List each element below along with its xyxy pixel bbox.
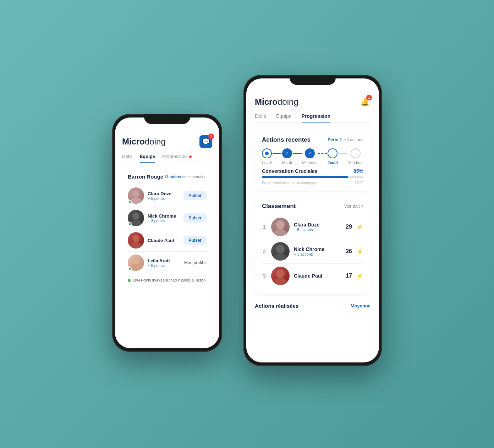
- member-row-nick: Nick Chrome + 3 points Pulser: [128, 207, 207, 229]
- day-mercredi: ✓ Mercredi: [302, 148, 318, 165]
- large-app-header: Microdoing 🔔 1: [255, 96, 370, 108]
- doubles-notice: (3/4) Points doublés si chacun passe a l…: [128, 278, 207, 282]
- day-label-jeudi: Jeudi: [328, 160, 338, 165]
- extra-actions: +3 actions: [344, 137, 363, 142]
- day-circle-jeudi: [328, 148, 337, 158]
- member-name-nick: Nick Chrome: [148, 213, 180, 219]
- serie-badge: Série 2: [328, 137, 342, 142]
- classement-card: Classement Voir tout > 1 Clara Doze +: [255, 196, 370, 294]
- rank-score-clara: 29: [346, 224, 352, 230]
- avatar-wrap-leila: [128, 255, 144, 271]
- member-points-nick: + 3 points: [148, 219, 180, 223]
- member-name-clara: Clara Doze: [148, 191, 180, 196]
- rank-name-nick: Nick Chrome: [294, 246, 341, 252]
- rank-name-claude: Claude Paul: [294, 273, 341, 279]
- actions-realises-title: Actions réalisées: [255, 303, 298, 309]
- phone-large-screen: Microdoing 🔔 1 Défis Équipe Progression: [246, 78, 379, 362]
- large-notif-button[interactable]: 🔔 1: [359, 96, 370, 108]
- rank-row-claude: 3 Claude Paul 17 ⚡: [262, 264, 363, 288]
- day-mardi: ✓ Mardi: [282, 148, 292, 165]
- svg-point-9: [274, 229, 287, 236]
- day-jeudi: Jeudi: [328, 148, 338, 165]
- rank-avatar-nick: [271, 242, 290, 261]
- small-notif-button[interactable]: 💬 1: [199, 135, 212, 148]
- large-notif-badge: 1: [366, 95, 372, 100]
- classement-title: Classement: [262, 203, 296, 210]
- large-tabs: Défis Équipe Progression: [255, 113, 370, 123]
- rank-num-nick: 2: [262, 248, 267, 254]
- svg-point-3: [130, 220, 142, 226]
- actions-header: Actions recentes Série 2 +3 actions: [262, 136, 363, 143]
- phone-large: Microdoing 🔔 1 Défis Équipe Progression: [243, 75, 382, 366]
- moyenne-link[interactable]: Moyenne: [351, 303, 370, 308]
- tab-defis-small[interactable]: Défis: [122, 154, 133, 163]
- track-line-3: [318, 153, 327, 154]
- svg-point-7: [130, 264, 142, 271]
- rank-name-clara: Clara Doze: [294, 222, 341, 228]
- lightning-icon-claude: ⚡: [356, 273, 363, 279]
- tab-defis-large[interactable]: Défis: [255, 113, 266, 122]
- tab-progression-small[interactable]: Progression: [162, 154, 192, 163]
- mon-profil-link[interactable]: Mon profil >: [184, 260, 207, 265]
- check-icon-mardi: ✓: [285, 151, 289, 156]
- voir-tout-button[interactable]: Voir tout >: [344, 204, 363, 209]
- avatar-wrap-claude: [128, 232, 144, 248]
- team-name: Barron Rouge: [128, 174, 163, 180]
- rank-avatar-claude: [271, 267, 290, 285]
- member-row-leila: Leila Arati + 5 points Mon profil >: [128, 252, 207, 274]
- avatar-wrap-clara: [128, 187, 144, 204]
- day-circle-lundi: [262, 148, 272, 158]
- svg-point-2: [132, 213, 139, 220]
- pulser-button-claude[interactable]: Pulser: [183, 236, 207, 245]
- rank-score-claude: 17: [346, 273, 352, 279]
- member-info-leila: Leila Arati + 5 points: [148, 258, 181, 268]
- rank-avatar-clara: [271, 218, 290, 236]
- pulser-button-clara[interactable]: Pulser: [183, 191, 207, 200]
- rank-info-nick: Nick Chrome + 3 actions: [294, 246, 341, 256]
- member-name-claude: Claude Paul: [148, 238, 180, 243]
- small-logo: Microdoing: [122, 137, 166, 147]
- svg-point-8: [276, 220, 285, 229]
- progress-sub-row: Progression totale de la campagne 16/20: [262, 181, 363, 185]
- scene: Microdoing 💬 1 Défis Équipe Progression: [112, 54, 382, 394]
- phone-large-content: Microdoing 🔔 1 Défis Équipe Progression: [246, 78, 379, 362]
- tab-equipe-large[interactable]: Équipe: [276, 113, 292, 122]
- check-icon-mercredi: ✓: [308, 151, 312, 156]
- rank-actions-clara: + 5 actions: [294, 228, 341, 232]
- progress-bar-fill: [262, 176, 348, 178]
- pulser-button-nick[interactable]: Pulser: [183, 213, 207, 223]
- phone-small-screen: Microdoing 💬 1 Défis Équipe Progression: [115, 118, 219, 348]
- progression-dot: [189, 155, 192, 158]
- team-section: Barron Rouge 12 points cette semaine: [122, 169, 212, 341]
- progress-course: Conversation Cruciales: [262, 168, 317, 174]
- day-label-mardi: Mardi: [282, 160, 292, 165]
- small-tabs: Défis Équipe Progression: [122, 154, 212, 163]
- small-notif-badge: 1: [208, 133, 214, 139]
- day-circle-vendredi: [351, 148, 361, 158]
- rank-row-clara: 1 Clara Doze + 5 actions 29 ⚡: [262, 215, 363, 239]
- lightning-icon-clara: ⚡: [356, 224, 363, 230]
- svg-point-1: [130, 197, 142, 204]
- days-track: Lundi ✓ Mardi: [262, 148, 363, 165]
- tab-equipe-small[interactable]: Équipe: [140, 154, 155, 163]
- small-app-header: Microdoing 💬 1: [122, 135, 212, 148]
- svg-point-11: [274, 253, 287, 261]
- phone-small-content: Microdoing 💬 1 Défis Équipe Progression: [115, 118, 219, 348]
- rank-actions-nick: + 3 actions: [294, 252, 341, 256]
- phone-small: Microdoing 💬 1 Défis Équipe Progression: [112, 114, 222, 352]
- rank-row-nick: 2 Nick Chrome + 3 actions 26 ⚡: [262, 239, 363, 264]
- progress-bar-bg: [262, 176, 363, 178]
- rank-score-nick: 26: [346, 248, 352, 255]
- online-dot-nick: [128, 222, 132, 226]
- chat-icon: 💬: [202, 138, 210, 146]
- svg-point-4: [132, 235, 139, 242]
- progress-sub-value: 16/20: [355, 181, 363, 185]
- tab-progression-large[interactable]: Progression: [302, 113, 331, 122]
- progress-label-row: Conversation Cruciales 85%: [262, 168, 363, 174]
- day-label-mercredi: Mercredi: [302, 160, 318, 165]
- day-label-vendredi: Vendredi: [348, 160, 363, 165]
- doubles-dot-icon: [128, 279, 131, 282]
- track-line-1: [273, 153, 281, 154]
- classement-header: Classement Voir tout >: [262, 203, 363, 210]
- day-circle-mardi: ✓: [282, 148, 292, 158]
